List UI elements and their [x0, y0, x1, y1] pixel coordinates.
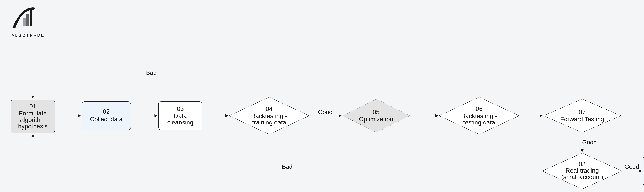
flowchart-svg: ALGOTRADE 01 Formulate algorithm hypothe…: [0, 0, 644, 192]
node-06-num: 06: [476, 105, 482, 112]
edge-08-09-label: Good: [624, 163, 639, 170]
edge-bad-top-loop: [33, 77, 582, 98]
node-04-backtesting-training: 04 Backtesting - training data: [229, 97, 309, 134]
node-07-forward-testing: 07 Forward Testing: [544, 99, 621, 133]
node-01-formulate-hypothesis: 01 Formulate algorithm hypothesis: [11, 100, 55, 133]
node-02-line1: Collect data: [90, 116, 122, 123]
svg-rect-2: [30, 10, 32, 26]
node-09-real-trading: 09 Real trading: [643, 157, 644, 185]
node-06-backtesting-testing: 06 Backtesting - testing data: [439, 97, 519, 134]
node-04-num: 04: [266, 105, 272, 112]
node-03-data-cleansing: 03 Data cleansing: [158, 102, 202, 130]
svg-rect-12: [643, 157, 644, 185]
node-03-num: 03: [177, 105, 184, 112]
svg-rect-1: [26, 14, 29, 26]
node-07-num: 07: [579, 109, 586, 116]
node-06-line1: Backtesting -: [461, 113, 497, 119]
node-03-line1: Data: [174, 113, 187, 119]
flowchart-canvas: ALGOTRADE 01 Formulate algorithm hypothe…: [0, 0, 644, 192]
brand-logo: ALGOTRADE: [12, 7, 45, 37]
node-03-line2: cleansing: [167, 119, 194, 126]
edge-top-bad-label: Bad: [146, 69, 156, 76]
node-02-collect-data: 02 Collect data: [82, 102, 131, 130]
node-05-optimization: 05 Optimization: [342, 99, 410, 133]
node-01-line1: Formulate: [19, 110, 47, 117]
node-05-line1: Optimization: [359, 116, 393, 123]
edge-04-05-label: Good: [318, 109, 332, 115]
node-06-line2: testing data: [463, 119, 495, 126]
node-05-num: 05: [372, 109, 380, 116]
edge-07-08-label: Good: [582, 139, 597, 146]
node-02-num: 02: [103, 108, 110, 115]
node-04-line2: training data: [252, 119, 286, 126]
node-01-line2: algorithm: [20, 116, 46, 123]
node-08-line1: Real trading: [566, 167, 599, 174]
node-08-line2: (small account): [561, 174, 603, 181]
node-04-line1: Backtesting -: [251, 113, 287, 119]
node-01-num: 01: [29, 103, 36, 110]
brand-name: ALGOTRADE: [12, 33, 45, 37]
node-08-real-trading-small: 08 Real trading (small account): [542, 153, 622, 189]
node-07-line1: Forward Testing: [560, 116, 604, 123]
node-01-line3: hypothesis: [18, 123, 48, 130]
node-08-num: 08: [579, 161, 586, 168]
svg-rect-0: [23, 18, 26, 26]
edge-bottom-bad-label: Bad: [282, 163, 292, 170]
